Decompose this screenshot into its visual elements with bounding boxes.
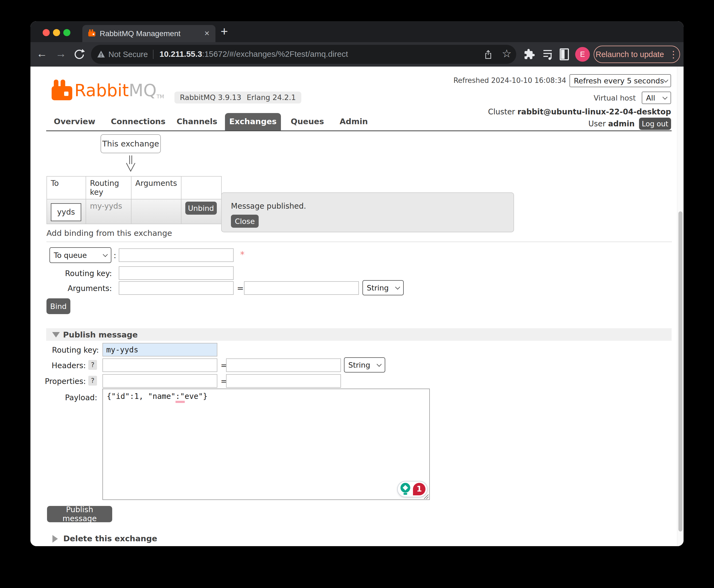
- trademark-label: TM: [156, 93, 164, 100]
- collapse-triangle-icon: [52, 332, 60, 337]
- add-binding-title: Add binding from this exchange: [46, 229, 172, 238]
- table-row: yyds my-yyds Unbind: [47, 199, 222, 224]
- header-type-select[interactable]: String: [344, 357, 385, 373]
- browser-tabstrip: RabbitMQ Management × +: [30, 21, 684, 42]
- binding-arguments-label: Arguments:: [68, 284, 112, 293]
- url-path: :15672/#/exchanges/%2Ftest/amq.direct: [202, 49, 348, 58]
- back-icon[interactable]: ←: [36, 47, 47, 60]
- relaunch-label: Relaunch to update: [595, 50, 664, 59]
- profile-avatar[interactable]: E: [575, 47, 590, 62]
- relaunch-to-update-button[interactable]: Relaunch to update ⋮: [594, 46, 680, 63]
- url-text: 10.211.55.3:15672/#/exchanges/%2Ftest/am…: [160, 49, 348, 59]
- tab-admin[interactable]: Admin: [340, 113, 368, 131]
- virtual-host-select[interactable]: All: [642, 91, 671, 104]
- browser-window: RabbitMQ Management × + ← → Not Secure 1…: [30, 21, 684, 546]
- refresh-interval-value: Refresh every 5 seconds: [574, 77, 664, 85]
- spellcheck-underline: :": [175, 392, 185, 403]
- close-notice-button[interactable]: Close: [231, 215, 259, 228]
- this-exchange-box: This exchange: [101, 134, 161, 153]
- binding-argument-type-select[interactable]: String: [362, 280, 404, 295]
- argument-type-value: String: [367, 284, 389, 292]
- message-published-notice: Message published. Close: [221, 192, 514, 232]
- scrollbar-thumb[interactable]: [678, 211, 682, 531]
- headers-help-button[interactable]: ?: [88, 360, 97, 370]
- properties-help-button[interactable]: ?: [88, 376, 97, 385]
- col-action: [181, 176, 222, 199]
- header-value-input[interactable]: [226, 358, 341, 372]
- binding-destination-select[interactable]: To queue: [49, 247, 111, 263]
- resize-handle[interactable]: [423, 493, 429, 499]
- refresh-interval-select[interactable]: Refresh every 5 seconds: [569, 74, 671, 87]
- binding-routing-key-input[interactable]: [119, 266, 234, 280]
- tab-overview[interactable]: Overview: [54, 113, 96, 131]
- property-value-input[interactable]: [226, 374, 341, 388]
- erlang-version-badge: Erlang 24.2.1: [241, 91, 301, 104]
- binding-routing-key-label: Routing key:: [65, 269, 112, 278]
- bookmark-star-icon[interactable]: ☆: [502, 47, 511, 60]
- close-tab-icon[interactable]: ×: [204, 28, 209, 38]
- tab-exchanges[interactable]: Exchanges: [225, 113, 281, 131]
- side-panel-icon[interactable]: [560, 48, 569, 60]
- bindings-table: To Routing key Arguments yyds my-yyds Un…: [46, 176, 222, 224]
- delete-section-title: Delete this exchange: [63, 534, 157, 543]
- headers-label: Headers:: [51, 361, 86, 370]
- tab-channels[interactable]: Channels: [176, 113, 217, 131]
- publish-message-section-header[interactable]: Publish message: [46, 328, 672, 341]
- header-type-value: String: [348, 361, 370, 369]
- binding-destination-input[interactable]: [119, 248, 234, 262]
- url-divider: [153, 50, 153, 59]
- refreshed-timestamp: Refreshed 2024-10-10 16:08:34: [454, 76, 566, 84]
- forward-icon[interactable]: →: [56, 47, 66, 60]
- virtual-host-label: Virtual host: [594, 94, 636, 102]
- browser-tab[interactable]: RabbitMQ Management ×: [82, 25, 215, 42]
- publish-message-button[interactable]: Publish message: [47, 506, 112, 522]
- unbind-button[interactable]: Unbind: [185, 202, 217, 215]
- tab-title: RabbitMQ Management: [100, 29, 181, 38]
- section-divider: [46, 241, 672, 242]
- share-icon[interactable]: [484, 49, 492, 59]
- nav-tabs: Overview Connections Channels Exchanges …: [30, 113, 684, 131]
- binding-arguments: [131, 199, 181, 224]
- zoom-window-button[interactable]: [63, 29, 70, 36]
- table-header-row: To Routing key Arguments: [47, 176, 222, 199]
- header-key-input[interactable]: [102, 358, 217, 372]
- browser-menu-dots-icon[interactable]: ⋮: [669, 49, 678, 60]
- publish-section-title: Publish message: [63, 330, 138, 339]
- address-bar[interactable]: Not Secure 10.211.55.3:15672/#/exchanges…: [91, 45, 516, 64]
- chevron-down-icon: [103, 252, 108, 257]
- chevron-down-icon: [663, 94, 667, 100]
- bind-button[interactable]: Bind: [46, 298, 70, 314]
- reload-icon[interactable]: [74, 49, 85, 60]
- url-host: 10.211.55.3: [160, 49, 202, 58]
- desktop-background: RabbitMQ Management × + ← → Not Secure 1…: [0, 0, 714, 588]
- payload-textarea[interactable]: {"id":1, "name":"eve"} 1: [102, 388, 430, 500]
- not-secure-label: Not Secure: [108, 50, 148, 59]
- binding-argument-value-input[interactable]: [244, 281, 359, 295]
- new-tab-button[interactable]: +: [220, 24, 228, 39]
- publish-routing-key-input[interactable]: [102, 343, 217, 357]
- binding-argument-key-input[interactable]: [119, 281, 234, 295]
- col-routing-key: Routing key: [86, 176, 131, 199]
- chevron-down-icon: [377, 362, 381, 366]
- col-arguments: Arguments: [131, 176, 181, 199]
- virtual-host-value: All: [646, 94, 655, 102]
- payload-label: Payload:: [65, 393, 97, 402]
- payload-text: {"id":1, "name":"eve"}: [103, 389, 429, 403]
- tab-queues[interactable]: Queues: [291, 113, 324, 131]
- lightbulb-icon: [399, 483, 411, 496]
- tab-connections[interactable]: Connections: [111, 113, 165, 131]
- colon-label: :: [113, 251, 116, 260]
- properties-label: Properties:: [45, 377, 86, 386]
- media-controls-icon[interactable]: [542, 49, 554, 60]
- destination-value: To queue: [54, 251, 87, 259]
- queue-link[interactable]: yyds: [51, 203, 81, 221]
- tabs-divider: [46, 130, 672, 131]
- scrollbar-track[interactable]: [677, 67, 684, 546]
- property-key-input[interactable]: [102, 374, 217, 388]
- expand-triangle-icon: [52, 535, 58, 543]
- rabbitmq-page: Refreshed 2024-10-10 16:08:34 Refresh ev…: [30, 67, 684, 546]
- extensions-puzzle-icon[interactable]: [524, 49, 535, 60]
- minimize-window-button[interactable]: [53, 29, 60, 36]
- close-window-button[interactable]: [43, 29, 50, 36]
- binding-arrow-down-icon: [124, 155, 137, 172]
